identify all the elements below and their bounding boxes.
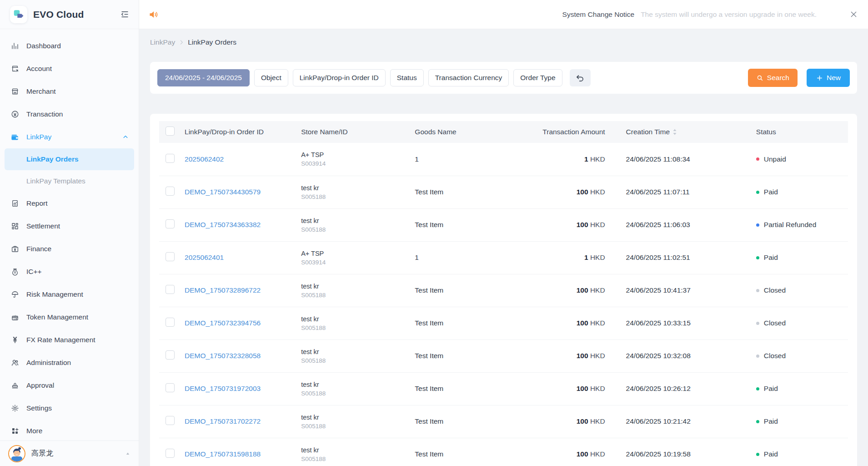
- sidebar-item-fx-rate-management[interactable]: FX Rate Management: [5, 329, 134, 351]
- status-dot-icon: [756, 223, 759, 227]
- fx-icon: [10, 336, 20, 344]
- row-checkbox[interactable]: [166, 219, 175, 228]
- transaction-amount: 100 HKD: [537, 438, 605, 466]
- sidebar-item-settlement[interactable]: Settlement: [5, 215, 134, 238]
- creation-time: 24/06/2025 11:08:34: [605, 143, 737, 176]
- sort-icon[interactable]: [672, 128, 677, 136]
- goods-name: Test Item: [415, 339, 537, 372]
- sidebar-item-transaction[interactable]: Transaction: [5, 103, 134, 126]
- sidebar-item-administration[interactable]: Administration: [5, 351, 134, 374]
- reset-filters-button[interactable]: [570, 69, 591, 86]
- order-id-link[interactable]: DEMO_1750732328058: [185, 352, 261, 360]
- row-checkbox[interactable]: [166, 318, 175, 327]
- administration-icon: [10, 359, 20, 367]
- order-id-link[interactable]: 2025062401: [185, 253, 224, 261]
- search-button[interactable]: Search: [748, 69, 798, 87]
- user-profile[interactable]: 高景龙: [0, 441, 139, 466]
- status-badge: Closed: [756, 286, 848, 294]
- creation-time: 24/06/2025 10:32:08: [605, 339, 737, 372]
- row-checkbox[interactable]: [166, 285, 175, 294]
- sidebar-item-linkpay[interactable]: LinkPay: [5, 126, 134, 148]
- store-name: A+ TSP: [301, 250, 415, 257]
- speaker-icon: [148, 9, 159, 20]
- sidebar-item-ic[interactable]: IC++: [5, 260, 134, 283]
- linkpay-drop-in-order-id-filter[interactable]: LinkPay/Drop-in Order ID: [293, 69, 386, 86]
- store-name: test kr: [301, 217, 415, 224]
- row-checkbox[interactable]: [166, 252, 175, 261]
- sidebar-item-linkpay-templates[interactable]: LinkPay Templates: [5, 170, 134, 192]
- sidebar-item-dashboard[interactable]: Dashboard: [5, 35, 134, 57]
- chevron-right-icon: [178, 39, 185, 46]
- goods-name: Test Item: [415, 176, 537, 208]
- row-checkbox[interactable]: [166, 449, 175, 458]
- sidebar-item-more[interactable]: More: [5, 420, 134, 441]
- sidebar-item-risk-management[interactable]: Risk Management: [5, 283, 134, 306]
- user-collapse-icon[interactable]: [125, 451, 130, 456]
- store-id: S005188: [301, 456, 415, 462]
- sidebar-item-account[interactable]: Account: [5, 57, 134, 80]
- sidebar-item-report[interactable]: Report: [5, 192, 134, 215]
- sidebar-item-token-management[interactable]: Token Management: [5, 306, 134, 329]
- transaction-currency-filter[interactable]: Transaction Currency: [428, 69, 509, 86]
- row-checkbox[interactable]: [166, 416, 175, 425]
- col-creation-label: Creation Time: [626, 128, 670, 136]
- order-id-link[interactable]: DEMO_1750731598188: [185, 450, 261, 458]
- sidebar-item-merchant[interactable]: Merchant: [5, 80, 134, 103]
- sidebar-item-settings[interactable]: Settings: [5, 397, 134, 420]
- order-type-filter[interactable]: Order Type: [513, 69, 562, 86]
- settlement-icon: [10, 222, 20, 230]
- table-row: DEMO_1750734430579test krS005188Test Ite…: [159, 176, 848, 208]
- table-row: 2025062402A+ TSPS00391411 HKD24/06/2025 …: [159, 143, 848, 176]
- transaction-amount: 100 HKD: [537, 405, 605, 438]
- date-range-filter[interactable]: 24/06/2025 - 24/06/2025: [157, 69, 250, 86]
- dashboard-icon: [10, 42, 20, 50]
- sidebar-collapse-icon[interactable]: [120, 10, 130, 19]
- user-avatar: [8, 445, 25, 462]
- more-icon: [10, 427, 20, 435]
- status-dot-icon: [756, 420, 759, 423]
- breadcrumb-linkpay[interactable]: LinkPay: [150, 38, 175, 46]
- order-id-link[interactable]: DEMO_1750731702272: [185, 417, 261, 425]
- store-id: S005188: [301, 324, 415, 331]
- order-id-link[interactable]: DEMO_1750734430579: [185, 188, 261, 196]
- close-icon[interactable]: [849, 10, 858, 19]
- order-id-link[interactable]: DEMO_1750732394756: [185, 319, 261, 327]
- status-filter[interactable]: Status: [390, 69, 424, 86]
- sidebar-item-label: Dashboard: [26, 42, 61, 50]
- sidebar-item-finance[interactable]: Finance: [5, 238, 134, 260]
- order-id-link[interactable]: DEMO_1750732896722: [185, 286, 261, 294]
- order-id-link[interactable]: DEMO_1750731972003: [185, 385, 261, 392]
- row-checkbox[interactable]: [166, 383, 175, 392]
- status-badge: Closed: [756, 319, 848, 327]
- table-row: DEMO_1750731972003test krS005188Test Ite…: [159, 372, 848, 405]
- order-id-link[interactable]: DEMO_1750734363382: [185, 221, 261, 228]
- status-dot-icon: [756, 289, 759, 292]
- new-button[interactable]: New: [807, 69, 850, 87]
- store-id: S005188: [301, 226, 415, 233]
- status-badge: Paid: [756, 450, 848, 458]
- sidebar-item-approval[interactable]: Approval: [5, 374, 134, 397]
- sidebar-item-label: Settlement: [26, 222, 60, 230]
- notice-label: System Change Notice: [562, 10, 635, 19]
- sidebar-item-linkpay-orders[interactable]: LinkPay Orders: [5, 148, 134, 170]
- goods-name: 1: [415, 241, 537, 274]
- row-checkbox[interactable]: [166, 350, 175, 360]
- notice-text: The system will undergo a version upgrad…: [641, 10, 817, 19]
- main-content: LinkPay LinkPay Orders 24/06/2025 - 24/0…: [139, 29, 868, 466]
- transaction-amount: 100 HKD: [537, 176, 605, 208]
- transaction-amount: 100 HKD: [537, 208, 605, 241]
- store-id: S003914: [301, 259, 415, 266]
- order-id-link[interactable]: 2025062402: [185, 155, 224, 163]
- select-all-checkbox[interactable]: [166, 127, 175, 136]
- table-header-row: LinkPay/Drop-in Order ID Store Name/ID G…: [159, 121, 848, 143]
- account-icon: [10, 65, 20, 73]
- creation-time: 24/06/2025 11:02:51: [605, 241, 737, 274]
- status-badge: Paid: [756, 188, 848, 196]
- store-id: S003914: [301, 160, 415, 167]
- row-checkbox[interactable]: [166, 187, 175, 196]
- creation-time: 24/06/2025 10:21:42: [605, 405, 737, 438]
- sidebar-item-label: Transaction: [26, 110, 63, 118]
- object-filter[interactable]: Object: [254, 69, 288, 86]
- row-checkbox[interactable]: [166, 154, 175, 163]
- settings-icon: [10, 404, 20, 412]
